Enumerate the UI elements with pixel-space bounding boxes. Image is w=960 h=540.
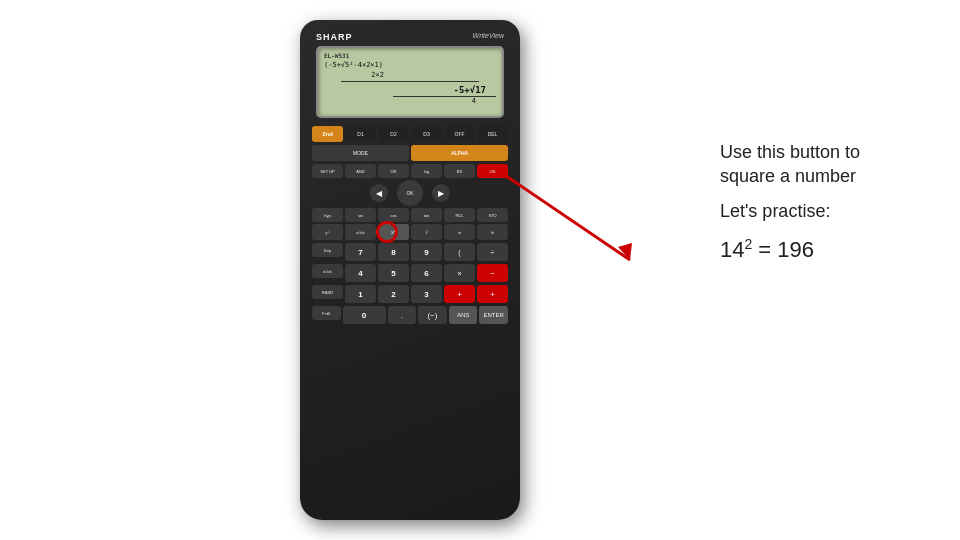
btn-sto[interactable]: STO [477, 208, 508, 222]
btn-sqrt[interactable]: √ [411, 224, 442, 240]
btn-off[interactable]: OFF [444, 126, 475, 142]
btn-dot[interactable]: . [388, 306, 417, 324]
scientific-row: yˣ a b/c x² √ in ln [312, 224, 508, 240]
btn-in[interactable]: in [444, 224, 475, 240]
btn-d1[interactable]: D1 [345, 126, 376, 142]
model-label: EL-W531 [324, 52, 496, 59]
page-container: SHARP WriteView EL-W531 (-5+√5²-4×2×1) 2… [0, 0, 960, 540]
btn-num4[interactable]: 4 [345, 264, 376, 282]
btn-num6[interactable]: 6 [411, 264, 442, 282]
calculator-body: SHARP WriteView EL-W531 (-5+√5²-4×2×1) 2… [300, 20, 520, 520]
num-row-789: Exp 7 8 9 ( ÷ [312, 243, 508, 261]
btn-yx[interactable]: yˣ [312, 224, 343, 240]
btn-mode[interactable]: MODE [312, 145, 409, 161]
num-row-123: RAND 1 2 3 + + [312, 285, 508, 303]
nav-bottom-row: hyp sin cos tan RCL STO [312, 208, 508, 222]
btn-num9[interactable]: 9 [411, 243, 442, 261]
svg-marker-1 [618, 243, 632, 260]
btn-num3[interactable]: 3 [411, 285, 442, 303]
math-base: 14 [720, 237, 744, 262]
nav-cluster: SET UP AND OR log BS ON ◀ OK ▶ hyp sin c… [312, 164, 508, 222]
btn-setup[interactable]: SET UP [312, 164, 343, 178]
brand-area: SHARP WriteView [312, 30, 508, 42]
btn-plus2[interactable]: + [477, 285, 508, 303]
annotation-line2: square a number [720, 164, 860, 188]
btn-right[interactable]: ▶ [432, 184, 450, 202]
btn-d2[interactable]: D2 [378, 126, 409, 142]
top-function-row: 2nd D1 D2 D3 OFF DEL [312, 126, 508, 142]
btn-num8[interactable]: 8 [378, 243, 409, 261]
btn-or[interactable]: OR [378, 164, 409, 178]
display-content: (-5+√5²-4×2×1) 2×2 -5+√17 4 [324, 61, 496, 107]
btn-div[interactable]: ÷ [477, 243, 508, 261]
btn-num1[interactable]: 1 [345, 285, 376, 303]
btn-enter[interactable]: ENTER [479, 306, 508, 324]
calc-display: EL-W531 (-5+√5²-4×2×1) 2×2 -5+√17 4 [316, 46, 504, 118]
bottom-row: F⇔D 0 . (−) ANS ENTER [312, 306, 508, 324]
btn-ab[interactable]: a b/c [345, 224, 376, 240]
annotation-line1: Use this button to [720, 140, 860, 164]
btn-log[interactable]: log [411, 164, 442, 178]
btn-left[interactable]: ◀ [370, 184, 388, 202]
brand-sharp: SHARP [316, 32, 353, 42]
btn-in2[interactable]: ln [477, 224, 508, 240]
btn-ok[interactable]: OK [397, 180, 423, 206]
btn-num7[interactable]: 7 [345, 243, 376, 261]
btn-tan[interactable]: tan [411, 208, 442, 222]
mode-row: MODE ALPHA [312, 145, 508, 161]
math-equals: = 196 [752, 237, 814, 262]
brand-writeview: WriteView [473, 32, 504, 39]
btn-hyp[interactable]: hyp [312, 208, 343, 222]
btn-on[interactable]: ON [477, 164, 508, 178]
btn-ans[interactable]: ANS [449, 306, 478, 324]
annotation-block: Use this button to square a number Let's… [720, 140, 860, 263]
btn-cos[interactable]: cos [378, 208, 409, 222]
btn-num2[interactable]: 2 [378, 285, 409, 303]
btn-x2[interactable]: x² [378, 224, 409, 240]
btn-lpar[interactable]: ( [444, 243, 475, 261]
btn-plus[interactable]: + [444, 285, 475, 303]
btn-del[interactable]: DEL [477, 126, 508, 142]
btn-rcl[interactable]: RCL [444, 208, 475, 222]
btn-minus[interactable]: − [477, 264, 508, 282]
num-row-456: a b/c 4 5 6 × − [312, 264, 508, 282]
btn-sign[interactable]: (−) [418, 306, 447, 324]
btn-rnd[interactable]: RAND [312, 285, 343, 299]
btn-ab2[interactable]: a b/c [312, 264, 343, 278]
btn-d3[interactable]: D3 [411, 126, 442, 142]
btn-num0[interactable]: 0 [343, 306, 386, 324]
calculator-wrapper: SHARP WriteView EL-W531 (-5+√5²-4×2×1) 2… [300, 20, 520, 520]
nav-center: ◀ OK ▶ [370, 180, 450, 206]
btn-fop[interactable]: F⇔D [312, 306, 341, 320]
btn-sin[interactable]: sin [345, 208, 376, 222]
annotation-practise: Let's practise: [720, 201, 860, 222]
annotation-math: 142 = 196 [720, 236, 860, 263]
btn-and[interactable]: AND [345, 164, 376, 178]
btn-alpha[interactable]: ALPHA [411, 145, 508, 161]
btn-num5[interactable]: 5 [378, 264, 409, 282]
btn-2nd[interactable]: 2nd [312, 126, 343, 142]
btn-exp[interactable]: Exp [312, 243, 343, 257]
btn-mul[interactable]: × [444, 264, 475, 282]
nav-top-row: SET UP AND OR log BS ON [312, 164, 508, 178]
btn-bs[interactable]: BS [444, 164, 475, 178]
